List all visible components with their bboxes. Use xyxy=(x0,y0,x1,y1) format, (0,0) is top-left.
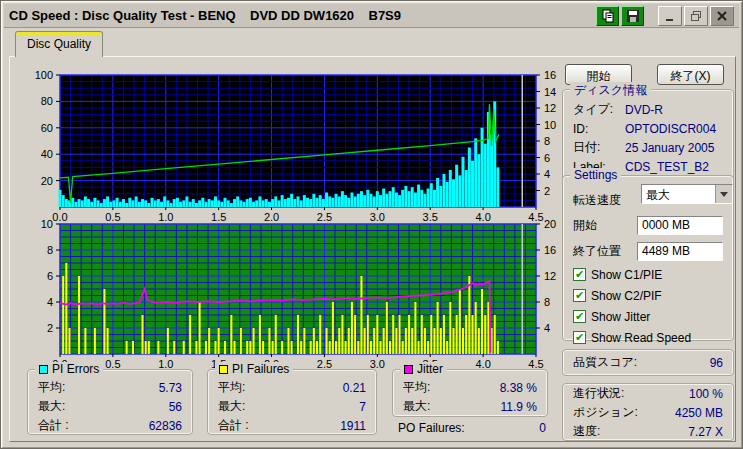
checkbox-show-c2-pif[interactable]: ✔ Show C2/PIF xyxy=(573,285,723,306)
chevron-down-icon[interactable] xyxy=(715,185,732,203)
svg-text:16: 16 xyxy=(544,69,556,81)
jitter-swatch xyxy=(404,365,413,374)
checkbox-label: Show Read Speed xyxy=(591,331,691,345)
app-window: CD Speed : Disc Quality Test - BENQ DVD … xyxy=(0,0,743,449)
disc-date-value: 25 January 2005 xyxy=(625,141,714,155)
svg-text:6: 6 xyxy=(47,270,53,282)
pi-errors-caption: PI Errors xyxy=(35,362,103,376)
progress-row: 進行状況: 100 % xyxy=(573,384,723,403)
avg-value: 8.38 % xyxy=(500,381,537,395)
svg-text:4: 4 xyxy=(544,168,550,180)
end-position-field[interactable]: 4489 MB xyxy=(637,242,723,261)
po-failures-label: PO Failures: xyxy=(398,421,465,435)
save-icon[interactable] xyxy=(621,6,644,26)
total-value: 1911 xyxy=(340,419,366,433)
svg-text:2: 2 xyxy=(47,322,53,334)
disc-type-value: DVD-R xyxy=(625,103,663,117)
transfer-speed-combo[interactable]: 最大 xyxy=(641,184,733,204)
checkbox-label: Show C2/PIF xyxy=(591,289,662,303)
svg-text:16: 16 xyxy=(544,244,556,256)
checkbox-show-read-speed[interactable]: ✔ Show Read Speed xyxy=(573,327,723,348)
checkbox-label: Show C1/PIE xyxy=(591,268,662,282)
checkbox-show-c1-pie[interactable]: ✔ Show C1/PIE xyxy=(573,264,723,285)
checkbox-icon: ✔ xyxy=(573,310,586,323)
max-label: 最大: xyxy=(218,398,245,415)
pi-errors-legend: PI Errors 平均:5.73 最大:56 合計 :62836 xyxy=(27,369,193,435)
checkbox-show-jitter[interactable]: ✔ Show Jitter xyxy=(573,306,723,327)
disc-date-row: 日付: 25 January 2005 xyxy=(573,138,723,157)
svg-text:10: 10 xyxy=(544,119,556,131)
disc-date-label: 日付: xyxy=(573,139,625,156)
avg-label: 平均: xyxy=(38,379,65,396)
position-row: ポジション: 4250 MB xyxy=(573,403,723,422)
svg-text:8: 8 xyxy=(544,296,550,308)
start-position-field[interactable]: 0000 MB xyxy=(637,216,723,235)
svg-text:14: 14 xyxy=(544,86,556,98)
tab-label: Disc Quality xyxy=(27,37,91,51)
svg-text:2: 2 xyxy=(544,185,550,197)
speed-value: 7.27 X xyxy=(688,425,723,439)
svg-text:60: 60 xyxy=(41,122,53,134)
checkbox-label: Show Jitter xyxy=(591,310,650,324)
copy-icon[interactable] xyxy=(596,6,619,26)
svg-text:8: 8 xyxy=(544,135,550,147)
svg-text:80: 80 xyxy=(41,95,53,107)
pi-failures-caption: PI Failures xyxy=(215,362,293,376)
svg-text:20: 20 xyxy=(41,175,53,187)
jitter-title: Jitter xyxy=(417,362,443,376)
disc-id-value: OPTODISCR004 xyxy=(625,122,716,136)
position-value: 4250 MB xyxy=(675,406,723,420)
avg-value: 5.73 xyxy=(159,381,182,395)
progress-box: 進行状況: 100 % ポジション: 4250 MB 速度: 7.27 X xyxy=(562,383,734,441)
svg-text:40: 40 xyxy=(41,148,53,160)
end-position-label: 終了位置 xyxy=(573,243,621,260)
svg-text:10: 10 xyxy=(41,218,53,230)
max-value: 11.9 % xyxy=(501,400,537,414)
end-position-row: 終了位置 4489 MB xyxy=(573,238,723,264)
avg-value: 0.21 xyxy=(343,381,366,395)
disc-type-row: タイプ: DVD-R xyxy=(573,100,723,119)
max-value: 7 xyxy=(359,400,366,414)
total-label: 合計 : xyxy=(218,417,249,434)
po-failures-value: 0 xyxy=(539,421,546,435)
checkbox-icon: ✔ xyxy=(573,331,586,344)
max-label: 最大: xyxy=(38,398,65,415)
pi-failures-legend: PI Failures 平均:0.21 最大:7 合計 :1911 xyxy=(207,369,377,435)
po-failures-row: PO Failures: 0 xyxy=(398,421,546,435)
settings-group: Settings 転送速度 開始 0000 MB 終了位置 4489 MB ✔ … xyxy=(562,175,734,341)
avg-label: 平均: xyxy=(218,379,245,396)
quality-score-box: 品質スコア: 96 xyxy=(562,349,734,376)
jitter-caption: Jitter xyxy=(400,362,447,376)
svg-text:12: 12 xyxy=(544,270,556,282)
pi-failures-jitter-chart: 108642201612840.00.51.01.52.02.53.03.54.… xyxy=(20,213,560,379)
disc-info-caption: ディスク情報 xyxy=(570,82,651,99)
window-title: CD Speed : Disc Quality Test - BENQ DVD … xyxy=(9,8,594,23)
titlebar: CD Speed : Disc Quality Test - BENQ DVD … xyxy=(4,4,739,28)
minimize-icon[interactable] xyxy=(658,6,682,26)
disc-id-label: ID: xyxy=(573,122,625,136)
close-icon[interactable] xyxy=(710,6,734,26)
start-position-row: 開始 0000 MB xyxy=(573,212,723,238)
restore-icon[interactable] xyxy=(684,6,708,26)
disc-label-value: CDS_TEST_B2 xyxy=(625,160,709,174)
tab-disc-quality[interactable]: Disc Quality xyxy=(15,31,103,57)
checkbox-icon: ✔ xyxy=(573,268,586,281)
exit-button[interactable]: 終了(X) xyxy=(657,64,724,85)
disc-id-row: ID: OPTODISCR004 xyxy=(573,119,723,138)
position-label: ポジション: xyxy=(573,404,638,421)
transfer-speed-label: 転送速度 xyxy=(573,192,621,209)
pi-failures-swatch xyxy=(219,365,228,374)
pi-errors-read-speed-chart: 100806040201614121086420.00.51.01.52.02.… xyxy=(20,61,560,221)
quality-score-label: 品質スコア: xyxy=(573,354,637,371)
jitter-legend: Jitter 平均:8.38 % 最大:11.9 % xyxy=(392,369,548,417)
tab-page: 100806040201614121086420.00.51.01.52.02.… xyxy=(9,56,736,442)
svg-text:4: 4 xyxy=(47,296,53,308)
settings-caption: Settings xyxy=(570,168,621,182)
svg-text:8: 8 xyxy=(47,244,53,256)
speed-row: 速度: 7.27 X xyxy=(573,422,723,441)
avg-label: 平均: xyxy=(403,379,430,396)
svg-text:12: 12 xyxy=(544,102,556,114)
svg-text:20: 20 xyxy=(544,218,556,230)
pi-failures-title: PI Failures xyxy=(232,362,289,376)
svg-text:4: 4 xyxy=(544,322,550,334)
